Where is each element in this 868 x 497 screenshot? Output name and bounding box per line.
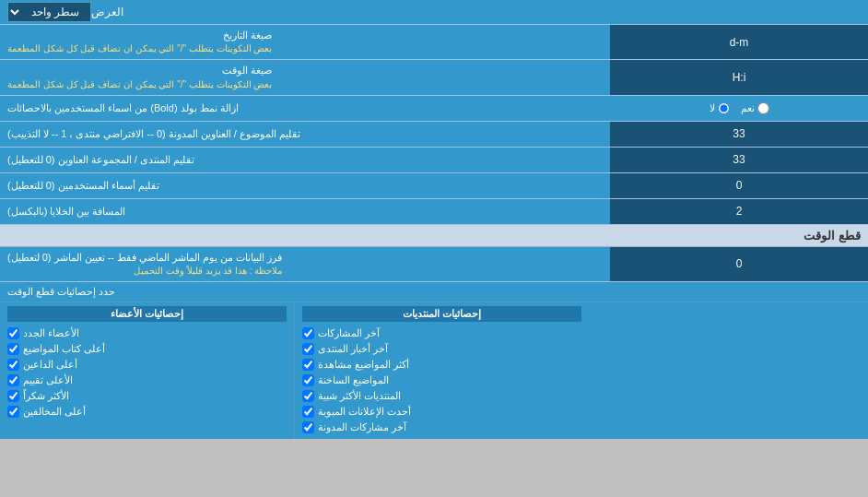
checkbox-top-inviters[interactable] <box>7 359 19 371</box>
bold-no-label[interactable]: لا <box>710 102 730 114</box>
time-filter-label: فرز البيانات من يوم الماشر الماضي فقط --… <box>0 247 610 281</box>
stats-col-forums: إحصائيات المنتديات آخر المشاركات آخر أخب… <box>294 302 589 439</box>
time-format-row: H:i صيغة الوقت بعض التكوينات يتطلب "/" ا… <box>0 60 868 95</box>
usernames-label: تقليم أسماء المستخدمين (0 للتعطيل) <box>0 173 610 198</box>
time-filter-row: 0 فرز البيانات من يوم الماشر الماضي فقط … <box>0 247 868 282</box>
stats-member-item-4: الأعلى تقييم <box>7 373 287 388</box>
time-section-header: قطع الوقت <box>0 225 868 247</box>
stats-member-item-1: الأعضاء الجدد <box>7 325 287 341</box>
time-format-input[interactable]: H:i <box>616 71 862 84</box>
stats-item-5: المنتديات الأكثر شبية <box>302 388 581 404</box>
stats-member-item-5: الأكثر شكراً <box>7 388 287 404</box>
display-select[interactable]: سطر واحد سطرين ثلاثة أسطر <box>7 2 91 22</box>
stats-member-item-3: أعلى الداعين <box>7 357 287 373</box>
checkbox-last-news[interactable] <box>302 343 314 355</box>
checkbox-top-violators[interactable] <box>7 406 19 418</box>
stats-col-members: إحصائيات الأعضاء الأعضاء الجدد أعلى كتاب… <box>0 302 294 439</box>
stats-item-1: آخر المشاركات <box>302 325 581 341</box>
time-filter-control: 0 <box>610 247 868 281</box>
stats-member-item-6: أعلى المخالفين <box>7 404 287 420</box>
display-label: العرض <box>91 6 123 18</box>
usernames-row: 0 تقليم أسماء المستخدمين (0 للتعطيل) <box>0 173 868 199</box>
time-format-control: H:i <box>610 60 868 94</box>
topics-titles-input[interactable]: 33 <box>616 127 862 140</box>
topics-titles-control: 33 <box>610 122 868 147</box>
forum-group-label: تقليم المنتدى / المجموعة العناوين (0 للت… <box>0 148 610 172</box>
checkbox-most-viewed[interactable] <box>302 359 314 371</box>
forum-group-input[interactable]: 33 <box>616 153 862 166</box>
date-format-row: d-m صيغة التاريخ بعض التكوينات يتطلب "/"… <box>0 25 868 60</box>
col1-header: إحصائيات المنتديات <box>302 306 581 322</box>
stats-member-item-2: أعلى كتاب المواضيع <box>7 341 287 357</box>
usernames-input[interactable]: 0 <box>616 179 862 192</box>
stats-item-3: أكثر المواضيع مشاهدة <box>302 357 581 373</box>
checkbox-hot-topics[interactable] <box>302 374 314 386</box>
stats-item-4: المواضيع الساخنة <box>302 373 581 388</box>
stats-item-7: آخر مشاركات المدونة <box>302 420 581 435</box>
bold-yes-radio[interactable] <box>757 102 769 114</box>
checkbox-last-posts[interactable] <box>302 327 314 339</box>
date-format-input[interactable]: d-m <box>616 36 862 49</box>
date-format-control: d-m <box>610 25 868 59</box>
time-filter-input[interactable]: 0 <box>616 257 862 270</box>
stats-item-6: أحدث الإعلانات المبوبة <box>302 404 581 420</box>
stats-item-2: آخر أخبار المنتدى <box>302 341 581 357</box>
cells-spacing-row: 2 المسافة بين الخلايا (بالبكسل) <box>0 199 868 225</box>
time-format-label: صيغة الوقت بعض التكوينات يتطلب "/" التي … <box>0 60 610 94</box>
stats-columns: إحصائيات المنتديات آخر المشاركات آخر أخب… <box>0 302 868 439</box>
cells-spacing-input[interactable]: 2 <box>616 205 862 218</box>
bold-radio-row: نعم لا ازالة نمط بولد (Bold) من اسماء ال… <box>0 96 868 122</box>
usernames-control: 0 <box>610 173 868 198</box>
cells-spacing-control: 2 <box>610 199 868 224</box>
checkbox-most-active-forums[interactable] <box>302 390 314 402</box>
date-format-label: صيغة التاريخ بعض التكوينات يتطلب "/" الت… <box>0 25 610 59</box>
stats-label-row: حدد إحصائيات قطع الوقت <box>0 282 868 302</box>
forum-group-control: 33 <box>610 148 868 172</box>
col2-header: إحصائيات الأعضاء <box>7 306 287 322</box>
bold-yes-label[interactable]: نعم <box>741 102 769 114</box>
main-container: العرض سطر واحد سطرين ثلاثة أسطر d-m صيغة… <box>0 0 868 439</box>
checkbox-new-members[interactable] <box>7 327 19 339</box>
cells-spacing-label: المسافة بين الخلايا (بالبكسل) <box>0 199 610 224</box>
empty-col <box>589 302 868 439</box>
topics-titles-row: 33 تقليم الموضوع / العناوين المدونة (0 -… <box>0 122 868 148</box>
checkbox-top-rated[interactable] <box>7 374 19 386</box>
topics-titles-label: تقليم الموضوع / العناوين المدونة (0 -- ا… <box>0 122 610 147</box>
display-header-row: العرض سطر واحد سطرين ثلاثة أسطر <box>0 0 868 25</box>
checkbox-top-topic-writers[interactable] <box>7 343 19 355</box>
forum-group-row: 33 تقليم المنتدى / المجموعة العناوين (0 … <box>0 148 868 173</box>
checkbox-latest-classifieds[interactable] <box>302 406 314 418</box>
checkbox-most-thanked[interactable] <box>7 390 19 402</box>
bold-no-radio[interactable] <box>718 102 730 114</box>
checkbox-last-blog-posts[interactable] <box>302 421 314 433</box>
bold-radio-control: نعم لا <box>610 96 868 121</box>
bold-label: ازالة نمط بولد (Bold) من اسماء المستخدمي… <box>0 96 610 121</box>
